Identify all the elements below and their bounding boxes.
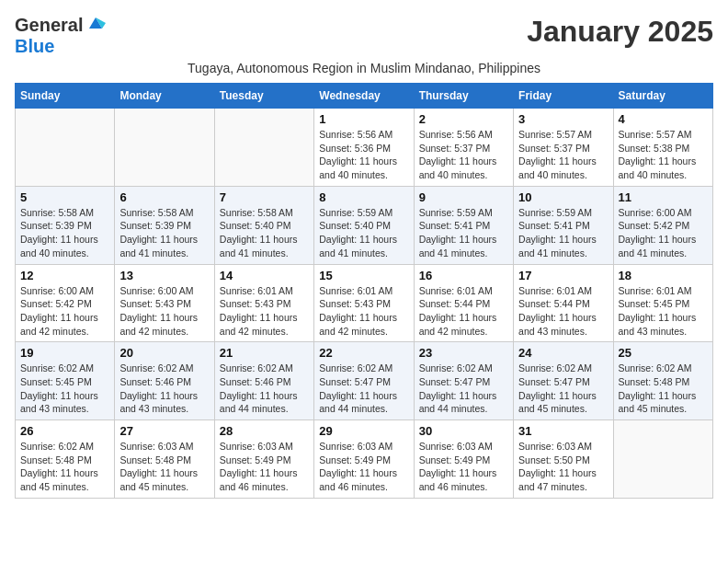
calendar-cell: 16Sunrise: 6:01 AM Sunset: 5:44 PM Dayli… (414, 264, 513, 342)
calendar-cell: 4Sunrise: 5:57 AM Sunset: 5:38 PM Daylig… (613, 109, 712, 187)
calendar-cell: 30Sunrise: 6:03 AM Sunset: 5:49 PM Dayli… (414, 420, 513, 499)
calendar-header-row: SundayMondayTuesdayWednesdayThursdayFrid… (16, 84, 713, 109)
day-number: 12 (20, 269, 109, 282)
day-info: Sunrise: 5:59 AM Sunset: 5:41 PM Dayligh… (518, 206, 608, 260)
day-info: Sunrise: 6:02 AM Sunset: 5:47 PM Dayligh… (419, 362, 508, 416)
day-number: 2 (419, 112, 508, 126)
day-number: 31 (518, 424, 608, 438)
day-number: 5 (20, 190, 109, 204)
day-info: Sunrise: 6:02 AM Sunset: 5:46 PM Dayligh… (119, 362, 209, 416)
weekday-header-monday: Monday (115, 84, 214, 109)
calendar-cell: 22Sunrise: 6:02 AM Sunset: 5:47 PM Dayli… (314, 342, 414, 420)
header: General Blue January 2025 (15, 15, 713, 57)
calendar-cell: 6Sunrise: 5:58 AM Sunset: 5:39 PM Daylig… (115, 186, 214, 264)
day-info: Sunrise: 6:00 AM Sunset: 5:43 PM Dayligh… (119, 284, 209, 339)
day-info: Sunrise: 5:56 AM Sunset: 5:37 PM Dayligh… (419, 128, 508, 182)
calendar-cell: 31Sunrise: 6:03 AM Sunset: 5:50 PM Dayli… (514, 420, 613, 499)
calendar-cell: 9Sunrise: 5:59 AM Sunset: 5:41 PM Daylig… (414, 186, 513, 264)
day-info: Sunrise: 5:57 AM Sunset: 5:37 PM Dayligh… (518, 128, 608, 182)
calendar-cell (115, 109, 214, 187)
day-info: Sunrise: 6:03 AM Sunset: 5:49 PM Dayligh… (220, 440, 309, 494)
day-number: 20 (119, 346, 209, 360)
day-number: 25 (619, 346, 708, 360)
logo: General Blue (15, 15, 106, 57)
weekday-header-wednesday: Wednesday (314, 84, 414, 109)
day-info: Sunrise: 6:03 AM Sunset: 5:49 PM Dayligh… (419, 440, 508, 494)
day-info: Sunrise: 6:01 AM Sunset: 5:44 PM Dayligh… (419, 284, 508, 339)
weekday-header-sunday: Sunday (16, 84, 115, 109)
day-info: Sunrise: 6:02 AM Sunset: 5:47 PM Dayligh… (319, 362, 408, 416)
calendar-cell: 12Sunrise: 6:00 AM Sunset: 5:42 PM Dayli… (16, 264, 115, 342)
day-number: 26 (20, 424, 109, 438)
calendar-cell: 15Sunrise: 6:01 AM Sunset: 5:43 PM Dayli… (314, 264, 414, 342)
calendar-cell: 8Sunrise: 5:59 AM Sunset: 5:40 PM Daylig… (314, 186, 414, 264)
calendar-cell: 20Sunrise: 6:02 AM Sunset: 5:46 PM Dayli… (115, 342, 214, 420)
calendar-cell: 13Sunrise: 6:00 AM Sunset: 5:43 PM Dayli… (115, 264, 214, 342)
day-info: Sunrise: 6:01 AM Sunset: 5:45 PM Dayligh… (619, 284, 708, 339)
day-info: Sunrise: 6:01 AM Sunset: 5:43 PM Dayligh… (220, 284, 309, 339)
day-number: 22 (319, 346, 408, 360)
day-info: Sunrise: 6:02 AM Sunset: 5:45 PM Dayligh… (20, 362, 109, 416)
calendar-cell (16, 109, 115, 187)
day-info: Sunrise: 6:03 AM Sunset: 5:49 PM Dayligh… (319, 440, 408, 494)
calendar-cell: 21Sunrise: 6:02 AM Sunset: 5:46 PM Dayli… (214, 342, 313, 420)
day-number: 17 (518, 269, 608, 282)
day-number: 6 (119, 190, 209, 204)
calendar-cell: 25Sunrise: 6:02 AM Sunset: 5:48 PM Dayli… (613, 342, 712, 420)
day-number: 1 (319, 112, 408, 126)
logo-general: General (15, 15, 83, 36)
calendar-cell: 5Sunrise: 5:58 AM Sunset: 5:39 PM Daylig… (16, 186, 115, 264)
calendar-cell: 29Sunrise: 6:03 AM Sunset: 5:49 PM Dayli… (314, 420, 414, 499)
calendar-cell: 7Sunrise: 5:58 AM Sunset: 5:40 PM Daylig… (214, 186, 313, 264)
day-info: Sunrise: 5:57 AM Sunset: 5:38 PM Dayligh… (619, 128, 708, 182)
day-info: Sunrise: 6:02 AM Sunset: 5:47 PM Dayligh… (518, 362, 608, 416)
calendar-cell: 23Sunrise: 6:02 AM Sunset: 5:47 PM Dayli… (414, 342, 513, 420)
day-info: Sunrise: 5:59 AM Sunset: 5:40 PM Dayligh… (319, 206, 408, 260)
day-number: 3 (518, 112, 608, 126)
day-number: 10 (518, 190, 608, 204)
calendar-cell: 19Sunrise: 6:02 AM Sunset: 5:45 PM Dayli… (16, 342, 115, 420)
day-info: Sunrise: 6:01 AM Sunset: 5:43 PM Dayligh… (319, 284, 408, 339)
calendar-cell: 18Sunrise: 6:01 AM Sunset: 5:45 PM Dayli… (613, 264, 712, 342)
day-number: 21 (220, 346, 309, 360)
day-info: Sunrise: 6:00 AM Sunset: 5:42 PM Dayligh… (619, 206, 708, 260)
calendar-cell: 14Sunrise: 6:01 AM Sunset: 5:43 PM Dayli… (214, 264, 313, 342)
day-number: 18 (619, 269, 708, 282)
day-number: 15 (319, 269, 408, 282)
day-info: Sunrise: 5:58 AM Sunset: 5:39 PM Dayligh… (20, 206, 109, 260)
day-info: Sunrise: 5:58 AM Sunset: 5:40 PM Dayligh… (220, 206, 309, 260)
calendar-cell: 11Sunrise: 6:00 AM Sunset: 5:42 PM Dayli… (613, 186, 712, 264)
day-info: Sunrise: 6:01 AM Sunset: 5:44 PM Dayligh… (518, 284, 608, 339)
calendar-cell: 24Sunrise: 6:02 AM Sunset: 5:47 PM Dayli… (514, 342, 613, 420)
logo-blue: Blue (15, 36, 54, 56)
day-number: 23 (419, 346, 508, 360)
calendar-cell: 17Sunrise: 6:01 AM Sunset: 5:44 PM Dayli… (514, 264, 613, 342)
calendar-table: SundayMondayTuesdayWednesdayThursdayFrid… (15, 83, 713, 499)
day-number: 11 (619, 190, 708, 204)
day-number: 14 (220, 269, 309, 282)
calendar-cell: 28Sunrise: 6:03 AM Sunset: 5:49 PM Dayli… (214, 420, 313, 499)
weekday-header-tuesday: Tuesday (214, 84, 313, 109)
calendar-cell: 1Sunrise: 5:56 AM Sunset: 5:36 PM Daylig… (314, 109, 414, 187)
day-number: 9 (419, 190, 508, 204)
day-number: 28 (220, 424, 309, 438)
day-info: Sunrise: 6:02 AM Sunset: 5:48 PM Dayligh… (20, 440, 109, 494)
day-info: Sunrise: 6:03 AM Sunset: 5:50 PM Dayligh… (518, 440, 608, 494)
day-number: 13 (119, 269, 209, 282)
weekday-header-friday: Friday (514, 84, 613, 109)
day-number: 29 (319, 424, 408, 438)
day-number: 16 (419, 269, 508, 282)
day-number: 4 (619, 112, 708, 126)
day-number: 27 (119, 424, 209, 438)
calendar-cell: 26Sunrise: 6:02 AM Sunset: 5:48 PM Dayli… (16, 420, 115, 499)
day-info: Sunrise: 6:02 AM Sunset: 5:46 PM Dayligh… (220, 362, 309, 416)
day-info: Sunrise: 5:56 AM Sunset: 5:36 PM Dayligh… (319, 128, 408, 182)
day-info: Sunrise: 6:03 AM Sunset: 5:48 PM Dayligh… (119, 440, 209, 494)
calendar-cell: 3Sunrise: 5:57 AM Sunset: 5:37 PM Daylig… (514, 109, 613, 187)
calendar-cell: 10Sunrise: 5:59 AM Sunset: 5:41 PM Dayli… (514, 186, 613, 264)
day-number: 24 (518, 346, 608, 360)
calendar-cell: 2Sunrise: 5:56 AM Sunset: 5:37 PM Daylig… (414, 109, 513, 187)
logo-icon (85, 16, 106, 36)
calendar-week-row: 12Sunrise: 6:00 AM Sunset: 5:42 PM Dayli… (16, 264, 713, 342)
calendar-subtitle: Tugaya, Autonomous Region in Muslim Mind… (15, 61, 713, 75)
